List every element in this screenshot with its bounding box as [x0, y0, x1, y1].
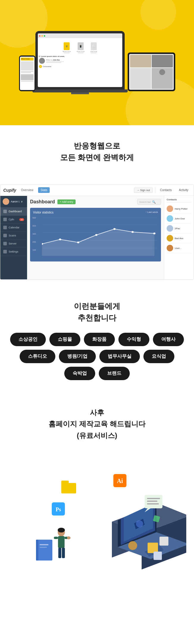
signout-button[interactable]: → Sign out	[134, 188, 153, 193]
isometric-illustration: Ai Ps	[8, 456, 186, 575]
cursor-glow	[136, 520, 143, 527]
blob-decoration-top-right	[140, 0, 176, 30]
contacts-tab[interactable]: Contacts	[158, 188, 174, 192]
search-placeholder: Search bar	[139, 201, 151, 203]
tablet-image-3	[130, 68, 151, 89]
tablet-image-2	[152, 55, 173, 67]
contact-item-4[interactable]: User...	[167, 243, 191, 253]
contact-item-0[interactable]: Harry Potter	[167, 204, 191, 214]
menu-icon-settings	[3, 250, 7, 253]
chart-dot-4	[113, 228, 115, 230]
close-dot	[39, 35, 40, 37]
sidebar-item-server[interactable]: Server	[0, 240, 27, 248]
chat-line-2	[147, 501, 157, 502]
chart-dot-5	[132, 231, 134, 233]
contact-avatar-1	[167, 215, 173, 222]
monitor-format-icon: 🖥 Monitor Format	[63, 42, 71, 54]
sidebar-item-settings[interactable]: Settings	[0, 248, 27, 256]
contact-name-0: Harry Potter	[175, 208, 187, 210]
phone-mockup: iPhone Format	[19, 55, 35, 91]
contact-name-3: Bad Ass	[175, 237, 183, 240]
tablet-mockup	[128, 52, 175, 91]
education-line2: 홈페이지 제작교육 해드립니다	[48, 420, 145, 428]
phone-screen: iPhone Format	[20, 57, 35, 90]
user-section: Aaron I. ∨	[0, 196, 27, 208]
fullscreen-dot	[44, 35, 45, 37]
ipad-format-icon: ⬜ iPad Format	[90, 42, 97, 54]
sidebar-item-cpln[interactable]: Cpln 10	[0, 216, 27, 224]
deco-box-3	[154, 552, 162, 560]
menu-label-settings: Settings	[9, 250, 18, 253]
iphone-icon: 📱	[78, 42, 84, 50]
person-leg-right	[62, 548, 65, 558]
user-avatar	[3, 198, 9, 205]
tag-수익형[interactable]: 수익형	[118, 333, 149, 346]
menu-icon-scans	[3, 234, 7, 237]
dashboard-section: Cupify Overview Stats → Sign out Contact…	[0, 181, 194, 286]
folder-group	[61, 481, 76, 493]
dashboard-mockup: Cupify Overview Stats → Sign out Contact…	[0, 184, 194, 280]
search-icon: 🔍	[152, 200, 156, 204]
tag-법무사무실[interactable]: 법무사무실	[99, 350, 140, 363]
recommendation-line2: 추천합니다	[78, 313, 116, 322]
menu-icon-cpln	[3, 218, 7, 221]
chart-y-labels: 500 400 300 200 100	[32, 217, 36, 251]
tag-여행사[interactable]: 여행사	[153, 333, 184, 346]
search-bar[interactable]: Search bar 🔍	[137, 199, 161, 205]
float-circle-1	[128, 541, 137, 550]
add-entry-button[interactable]: + Add entry	[57, 199, 76, 204]
book-cover	[36, 540, 52, 561]
y-label-300: 300	[32, 233, 36, 235]
laptop-base	[32, 89, 128, 92]
responsive-heading: 반응형웹으로 모든 화면에 완벽하게	[6, 140, 188, 163]
chart-period: ↑ Last week	[146, 211, 158, 214]
dashboard-sidebar: Aaron I. ∨ Dashboard Cpln 10 Calendar	[0, 196, 27, 279]
y-label-200: 200	[32, 241, 36, 243]
tag-화장품[interactable]: 화장품	[84, 333, 115, 346]
tag-스튜디오[interactable]: 스튜디오	[20, 350, 55, 363]
sidebar-item-calendar[interactable]: Calendar	[0, 224, 27, 232]
dashboard-body: Aaron I. ∨ Dashboard Cpln 10 Calendar	[0, 196, 194, 279]
book-group	[36, 540, 52, 561]
dashboard-topbar: Cupify Overview Stats → Sign out Contact…	[0, 185, 194, 196]
iphone-label: iPhone Format	[77, 51, 85, 52]
tag-숙박업[interactable]: 숙박업	[64, 367, 95, 380]
nav-tab-overview[interactable]: Overview	[19, 187, 36, 193]
person-leg-left	[58, 548, 61, 558]
contact-name-2: 2Pac	[175, 227, 180, 230]
tag-쇼핑몰[interactable]: 쇼핑몰	[49, 333, 80, 346]
tablet-image-4	[152, 68, 173, 89]
tag-브랜드[interactable]: 브랜드	[99, 367, 130, 380]
nav-tab-stats[interactable]: Stats	[38, 187, 50, 193]
folder-tab	[61, 481, 69, 484]
contact-item-2[interactable]: 2Pac	[167, 224, 191, 233]
person-hand	[67, 536, 71, 539]
hero-section: iPhone Format	[0, 0, 194, 125]
education-section: 사후 홈페이지 제작교육 해드립니다 (유료서비스)	[0, 392, 194, 453]
username-label[interactable]: Aaron I. ∨	[11, 200, 23, 203]
chart-dot-2	[77, 242, 79, 243]
dashboard-title: Dashboard	[30, 199, 55, 205]
sidebar-item-scans[interactable]: Scans	[0, 232, 27, 240]
tag-소상공인[interactable]: 소상공인	[10, 333, 46, 346]
deco-box-2	[159, 537, 168, 546]
menu-label-calendar: Calendar	[9, 226, 20, 229]
isometric-section: Ai Ps	[0, 453, 194, 578]
chart-svg	[42, 217, 158, 256]
tag-병원기업[interactable]: 병원/기업	[59, 350, 96, 363]
minimize-dot	[41, 35, 43, 37]
ipad-label: iPad Format	[90, 51, 97, 52]
laptop-mockup: 🖥 Monitor Format 📱 iPhone Format	[35, 31, 125, 89]
divider	[155, 187, 155, 193]
tags-container: 소상공인 쇼핑몰 화장품 수익형 여행사 스튜디오 병원/기업 법무사무실 요식…	[9, 333, 185, 380]
education-line3: (유료서비스)	[77, 431, 117, 439]
chat-line-3	[147, 503, 159, 504]
contact-item-3[interactable]: Bad Ass	[167, 233, 191, 243]
activity-tab[interactable]: Activity	[176, 188, 191, 192]
responsive-line2: 모든 화면에 완벽하게	[60, 153, 134, 162]
monitor-label: Monitor Format	[63, 51, 71, 52]
sidebar-item-dashboard[interactable]: Dashboard	[0, 208, 27, 216]
contact-item-1[interactable]: John Doe	[167, 214, 191, 224]
tag-요식업[interactable]: 요식업	[143, 350, 174, 363]
menu-label-server: Server	[9, 242, 17, 245]
